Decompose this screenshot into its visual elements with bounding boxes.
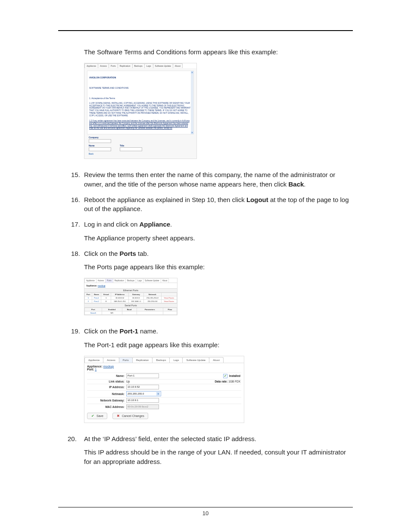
cell-action[interactable]: Virtual Routes: [161, 300, 177, 303]
ip-label: IP Address:: [87, 384, 125, 390]
intro-text: The Software Terms and Conditions form a…: [84, 47, 353, 57]
back-bold: Back: [288, 180, 304, 188]
x-icon: ✖: [116, 414, 120, 418]
company-input[interactable]: [89, 139, 111, 143]
name-input[interactable]: Port-1: [126, 373, 159, 378]
appliance-label: Appliance:: [87, 365, 103, 368]
tab-ports[interactable]: Ports: [109, 63, 118, 68]
step-text-b: tab.: [136, 250, 149, 257]
cell-name[interactable]: Port-1: [92, 296, 101, 300]
installed-checkbox[interactable]: ✔: [223, 374, 227, 378]
tab-ports[interactable]: Ports: [105, 278, 113, 283]
step-text-b: name.: [138, 327, 158, 335]
tab-logs[interactable]: Logs: [169, 357, 183, 363]
tab-software-update[interactable]: Software Update: [182, 357, 209, 363]
appliance-name-link[interactable]: mockup: [98, 284, 106, 287]
gateway-input[interactable]: 10.10.9.1: [126, 398, 159, 403]
tab-appliance[interactable]: Appliance: [84, 63, 98, 68]
col-netmask: Netmask: [143, 293, 161, 296]
tab-replication[interactable]: Replication: [118, 63, 133, 68]
ss3-appliance: Appliance: mockup: [84, 363, 244, 368]
tab-ports[interactable]: Ports: [119, 357, 133, 363]
name-label: Name:: [87, 373, 125, 379]
tab-about[interactable]: About: [173, 63, 183, 68]
ss1-form: Company Name Title: [87, 134, 194, 156]
cell-flow: [163, 311, 177, 315]
step-19: 19. Click on the Port-1 name. The Port-1…: [58, 327, 353, 350]
tab-backups[interactable]: Backups: [152, 357, 170, 363]
save-button[interactable]: ✔ Save: [87, 413, 107, 419]
col-gateway: Gateway: [129, 293, 144, 296]
step-text: At the ‘IP Address’ field, enter the sel…: [84, 435, 256, 442]
ports-bold: Ports: [120, 250, 136, 257]
ss1-inner: ▴ ▾ AVIGILON CORPORATION SOFTWARE TERMS …: [87, 71, 194, 134]
cell-virtual: 1: [101, 296, 111, 300]
cell-action[interactable]: Virtual Routes: [161, 296, 177, 300]
back-link[interactable]: Back: [89, 152, 192, 155]
cell-mask: 255.255.0.0: [143, 300, 161, 303]
appliance-title: Appliance: mockup: [84, 283, 177, 288]
serial-table: Port Enabled Baud Parameters Flow Serial…: [84, 308, 177, 315]
cell-port[interactable]: Serial1: [85, 311, 102, 315]
page-footer: 10: [0, 507, 411, 516]
cell-ip: 169.254.1.251: [111, 300, 129, 303]
netmask-select[interactable]: 255.255.255.0 ▾: [126, 391, 161, 396]
tab-logs[interactable]: Logs: [144, 63, 153, 68]
tab-software-update[interactable]: Software Update: [153, 63, 173, 68]
step-20-line2: This IP address should be in the range o…: [84, 448, 353, 467]
step-text: Click on the: [84, 250, 120, 257]
step-17: 17. Log in and click on Appliance. The A…: [58, 220, 353, 243]
ip-input[interactable]: 10.10.9.52: [126, 385, 159, 389]
installed-label: Installed: [229, 374, 240, 377]
tab-logs[interactable]: Logs: [136, 278, 143, 283]
cell-params: [137, 311, 163, 315]
step-17-line2: The Appliance property sheet appears.: [84, 233, 353, 243]
tab-access[interactable]: Access: [98, 63, 109, 68]
tab-access[interactable]: Access: [96, 278, 106, 283]
tab-appliance[interactable]: Appliance: [84, 357, 103, 363]
gateway-label: Network Gateway:: [87, 397, 125, 404]
cell-name[interactable]: Port-2: [92, 300, 101, 303]
steps-list: 15. Review the terms then enter the name…: [58, 170, 353, 272]
chevron-down-icon: ▾: [156, 392, 160, 395]
ss1-tabstrip: Appliance Access Ports Replication Backu…: [84, 63, 196, 68]
tab-access[interactable]: Access: [103, 357, 119, 363]
tab-backups[interactable]: Backups: [132, 63, 145, 68]
cell-gw: 192.168.1.1: [129, 300, 144, 303]
tab-replication[interactable]: Replication: [132, 357, 153, 363]
tab-appliance[interactable]: Appliance: [84, 278, 97, 283]
save-label: Save: [97, 414, 103, 417]
step-text-b: .: [304, 180, 305, 188]
cell-ip: 10.10.9.52: [111, 296, 129, 300]
cell-enabled: NO: [102, 311, 122, 315]
ss1-scrollarea: AVIGILON CORPORATION SOFTWARE TERMS AND …: [87, 71, 193, 134]
step-text-b: .: [170, 221, 172, 228]
appliance-name-link[interactable]: mockup: [103, 365, 114, 368]
linkstatus-label: Link status:: [87, 379, 125, 384]
step-18-line2: The Ports page appears like this example…: [84, 262, 353, 272]
port-number-link[interactable]: 1: [95, 368, 97, 371]
ethernet-title: Ethernet Ports: [84, 288, 177, 292]
tab-software-update[interactable]: Software Update: [143, 278, 161, 283]
cell-port[interactable]: 1: [85, 296, 92, 300]
doc-title: SOFTWARE TERMS AND CONDITIONS: [89, 87, 191, 89]
table-row: 2 Port-2 0 169.254.1.251 192.168.1.1 255…: [85, 300, 177, 303]
cell-port[interactable]: 2: [85, 300, 92, 303]
tab-about[interactable]: About: [209, 357, 224, 363]
title-input[interactable]: [120, 147, 142, 151]
serial-title: Serial Ports: [84, 303, 177, 308]
steps-list-2: 19. Click on the Port-1 name. The Port-1…: [58, 327, 353, 350]
cancel-button[interactable]: ✖ Cancel Changes: [112, 413, 148, 419]
tab-replication[interactable]: Replication: [113, 278, 126, 283]
tab-about[interactable]: About: [161, 278, 169, 283]
step-18: 18. Click on the Ports tab. The Ports pa…: [58, 249, 353, 272]
screenshot-terms: Appliance Access Ports Replication Backu…: [84, 63, 197, 159]
cell-virtual: 0: [101, 300, 111, 303]
section-1-heading: 1. Acceptance of the Terms: [89, 97, 191, 100]
appliance-bold: Appliance: [139, 221, 170, 228]
name-input[interactable]: [89, 147, 111, 151]
ss3-buttons: ✔ Save ✖ Cancel Changes: [84, 410, 244, 419]
para-1-2: 1.2 If any written agreement has been ex…: [89, 120, 191, 130]
tab-backups[interactable]: Backups: [125, 278, 136, 283]
ss3-form: Name: Port-1 ✔ Installed Link status: Up…: [84, 373, 244, 410]
